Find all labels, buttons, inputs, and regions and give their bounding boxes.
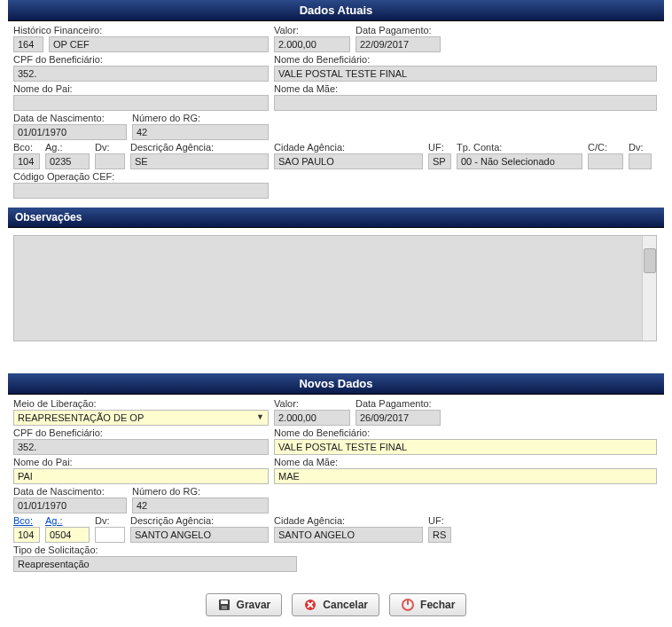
novos-desc-ag: SANTO ANGELO: [130, 527, 269, 543]
nome-pai: [13, 95, 269, 111]
cancelar-label: Cancelar: [323, 599, 368, 611]
novos-rg-label: Número do RG:: [132, 486, 269, 497]
historico-label: Histórico Financeiro:: [13, 25, 43, 35]
tp-conta-label: Tp. Conta:: [457, 142, 582, 153]
desc-ag: SE: [130, 153, 269, 169]
nome-mae: [274, 95, 657, 111]
cancel-icon: [303, 598, 317, 612]
historico-desc: OP CEF: [49, 36, 269, 52]
novos-nome-benef-label: Nome do Beneficiário:: [274, 427, 657, 438]
cpf-label: CPF do Beneficiário:: [13, 54, 269, 65]
ag-label: Ag.:: [45, 142, 90, 153]
ag: 0235: [45, 153, 90, 169]
desc-ag-label: Descrição Agência:: [130, 142, 269, 153]
novos-desc-ag-label: Descrição Agência:: [130, 515, 269, 526]
header-novos-dados: Novos Dados: [8, 373, 664, 395]
novos-ag[interactable]: 0504: [45, 527, 90, 543]
nome-benef: VALE POSTAL TESTE FINAL: [274, 66, 657, 82]
novos-valor: 2.000,00: [274, 410, 350, 426]
bco-label: Bco:: [13, 142, 40, 153]
header-dados-atuais: Dados Atuais: [8, 0, 664, 21]
cpf: 352.: [13, 66, 269, 82]
novos-dv[interactable]: [95, 527, 125, 543]
cancelar-button[interactable]: Cancelar: [292, 593, 379, 616]
dv2-label: Dv:: [629, 142, 652, 153]
novos-bco[interactable]: 104: [13, 527, 40, 543]
bco: 104: [13, 153, 40, 169]
novos-dv-label: Dv:: [95, 515, 125, 526]
novos-nome-mae-label: Nome da Mãe:: [274, 457, 657, 467]
meio-lib-label: Meio de Liberação:: [13, 398, 269, 409]
tipo-sol: Reapresentação: [13, 556, 297, 572]
novos-nome-pai-label: Nome do Pai:: [13, 457, 269, 467]
tp-conta: 00 - Não Selecionado: [457, 153, 582, 169]
power-icon: [401, 598, 415, 612]
nome-benef-label: Nome do Beneficiário:: [274, 54, 657, 65]
valor-label: Valor:: [274, 25, 350, 35]
novos-data-nasc: 01/01/1970: [13, 498, 127, 513]
novos-ag-label: Ag.:: [45, 515, 90, 526]
fechar-label: Fechar: [420, 599, 455, 611]
novos-nome-benef[interactable]: VALE POSTAL TESTE FINAL: [274, 439, 657, 455]
novos-cpf-label: CPF do Beneficiário:: [13, 427, 269, 438]
novos-cidade-ag: SANTO ANGELO: [274, 527, 423, 543]
cc: [588, 153, 623, 169]
data-nasc-label: Data de Nascimento:: [13, 113, 127, 123]
data-pag-label: Data Pagamento:: [356, 25, 441, 35]
dv-label: Dv:: [95, 142, 125, 153]
novos-bco-label: Bco:: [13, 515, 40, 526]
data-nasc: 01/01/1970: [13, 124, 127, 140]
nome-mae-label: Nome da Mãe:: [274, 83, 657, 94]
data-pag: 22/09/2017: [356, 36, 441, 52]
cidade-ag-label: Cidade Agência:: [274, 142, 423, 153]
novos-rg: 42: [132, 498, 269, 513]
nome-pai-label: Nome do Pai:: [13, 83, 269, 94]
valor: 2.000,00: [274, 36, 350, 52]
novos-data-pag-label: Data Pagamento:: [356, 398, 441, 409]
observacoes-textarea[interactable]: [13, 235, 657, 341]
gravar-button[interactable]: Gravar: [206, 593, 283, 616]
cidade-ag: SAO PAULO: [274, 153, 423, 169]
cod-op-label: Código Operação CEF:: [13, 171, 269, 182]
svg-rect-2: [222, 606, 227, 609]
novos-nome-pai[interactable]: PAI: [13, 468, 269, 484]
novos-data-nasc-label: Data de Nascimento:: [13, 486, 127, 497]
historico-cod: 164: [13, 36, 43, 52]
dv2: [629, 153, 652, 169]
cc-label: C/C:: [588, 142, 623, 153]
rg-label: Número do RG:: [132, 113, 269, 123]
cod-op: [13, 183, 269, 199]
novos-valor-label: Valor:: [274, 398, 350, 409]
novos-nome-mae[interactable]: MAE: [274, 468, 657, 484]
header-observacoes: Observações: [8, 208, 664, 228]
novos-cidade-ag-label: Cidade Agência:: [274, 515, 423, 526]
scrollbar-thumb[interactable]: [644, 248, 656, 273]
tipo-sol-label: Tipo de Solicitação:: [13, 545, 297, 555]
save-icon: [217, 598, 231, 612]
ag-link[interactable]: Ag.:: [45, 515, 63, 526]
rg: 42: [132, 124, 269, 140]
uf: SP: [428, 153, 451, 169]
bco-link[interactable]: Bco:: [13, 515, 33, 526]
novos-uf: RS: [428, 527, 451, 543]
novos-cpf: 352.: [13, 439, 269, 455]
novos-data-pag: 26/09/2017: [356, 410, 441, 426]
dv: [95, 153, 125, 169]
novos-uf-label: UF:: [428, 515, 451, 526]
fechar-button[interactable]: Fechar: [389, 593, 466, 616]
uf-label: UF:: [428, 142, 451, 153]
gravar-label: Gravar: [237, 599, 271, 611]
meio-lib-select[interactable]: REAPRESENTAÇÃO DE OP: [13, 410, 269, 426]
svg-rect-1: [221, 600, 228, 604]
scrollbar[interactable]: [642, 236, 656, 341]
